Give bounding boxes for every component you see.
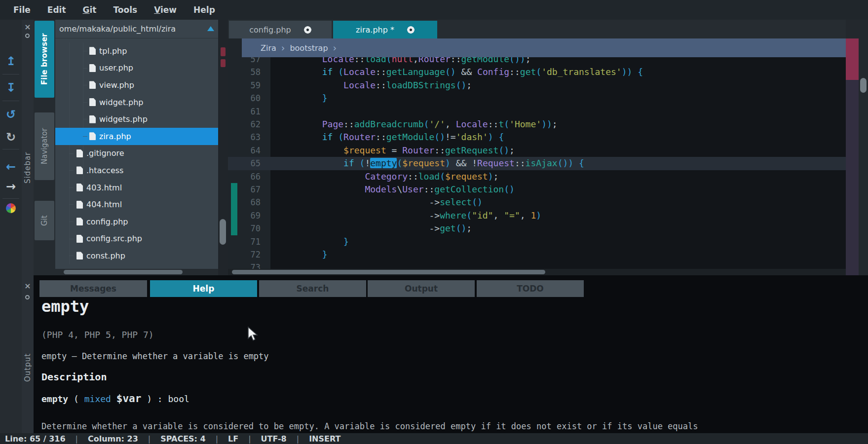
tree-branch-tick [83, 119, 87, 119]
micromap[interactable] [846, 38, 859, 275]
sidebar-tab-git[interactable]: Git [35, 201, 54, 240]
code-token: ; [552, 119, 558, 129]
code-editor[interactable]: 5758596061626364656667686970717273 Local… [228, 38, 846, 269]
tree-item-user-php[interactable]: user.php [55, 60, 218, 77]
tree-item-const-php[interactable]: const.php [55, 247, 218, 264]
color-wheel-icon[interactable] [6, 203, 16, 213]
sidebar-gear-icon[interactable] [25, 34, 30, 38]
tab-close-icon[interactable] [304, 26, 311, 34]
menubar: FileEditGitToolsViewHelp [0, 0, 868, 20]
editor-tab-bar: config.phpzira.php * [228, 20, 846, 38]
tree-vertical-scrollbar-thumb[interactable] [220, 219, 226, 245]
save-file-icon[interactable]: ↧ [0, 77, 22, 99]
breadcrumb-segment-bootstrap[interactable]: bootstrap [290, 43, 328, 53]
undo-icon[interactable]: ↺ [0, 104, 22, 125]
micromap-viewport-marker [846, 38, 859, 80]
editor-tab-config-php[interactable]: config.php [229, 21, 332, 38]
code-token: $request [402, 158, 445, 168]
code-token: ; [466, 223, 472, 233]
code-token: () [456, 80, 467, 90]
code-lines: Locale::load(null,Router::getModule()); … [270, 38, 846, 269]
code-token [279, 249, 322, 259]
git-added-marker [231, 183, 237, 196]
code-token: if [322, 132, 333, 142]
breadcrumb[interactable]: Zira›bootstrap› [242, 38, 846, 57]
statusbar-separator: | [216, 434, 218, 444]
code-token: :: [488, 119, 499, 129]
tree-item-config-php[interactable]: config.php [55, 213, 218, 230]
code-token: -> [429, 223, 440, 233]
breadcrumb-segment-zira[interactable]: Zira [261, 43, 276, 53]
redo-icon[interactable]: ↻ [0, 126, 22, 148]
code-token: ( [424, 119, 429, 129]
menu-item-file[interactable]: File [5, 5, 39, 15]
code-token [279, 171, 365, 182]
tree-item-config-src-php[interactable]: config.src.php [55, 230, 218, 248]
file-icon [89, 81, 96, 89]
code-token [354, 158, 360, 168]
code-token: :: [424, 184, 435, 194]
editor-tab-zira-php[interactable]: zira.php * [333, 21, 437, 38]
toolbar-divider [2, 101, 19, 101]
back-icon[interactable]: ← [0, 156, 22, 178]
line-number: 65 [228, 157, 261, 170]
code-token [333, 132, 338, 142]
tree-horizontal-scrollbar[interactable] [55, 269, 218, 275]
tree-collapse-icon[interactable] [207, 26, 214, 31]
editor-horizontal-scrollbar[interactable] [228, 269, 846, 275]
tree-item-widget-php[interactable]: widget.php [55, 94, 218, 111]
tab-close-icon[interactable] [407, 26, 415, 34]
file-name: config.php [86, 217, 128, 226]
file-icon [89, 98, 96, 106]
code-token: 'Home' [509, 119, 541, 129]
tree-item-gitignore[interactable]: .gitignore [55, 145, 218, 162]
tree-item-404-html[interactable]: 404.html [55, 196, 218, 213]
bottom-tab-help[interactable]: Help [150, 280, 257, 297]
code-token: )) [541, 119, 552, 129]
tree-branch-tick [69, 239, 74, 239]
menu-item-tools[interactable]: Tools [105, 5, 146, 15]
code-token [472, 67, 477, 77]
bottom-panel-close-icon[interactable]: × [22, 281, 34, 291]
bottom-tab-output[interactable]: Output [368, 280, 475, 297]
file-icon [89, 47, 96, 55]
code-token: } [343, 236, 349, 247]
menu-item-git[interactable]: Git [75, 5, 105, 15]
code-token: ()) [558, 158, 574, 168]
tree-item-tpl-php[interactable]: tpl.php [55, 42, 218, 60]
sidebar-tab-file-browser[interactable]: File browser [35, 21, 54, 98]
bottom-panel-gear-icon[interactable] [25, 295, 30, 299]
mouse-cursor [247, 327, 259, 341]
sidebar-tab-navigator[interactable]: Navigator [35, 112, 54, 180]
editor-vertical-scrollbar-thumb[interactable] [860, 78, 867, 93]
breadcrumb-chevron-icon: › [281, 44, 285, 52]
code-token: != [445, 132, 456, 142]
bottom-tab-messages[interactable]: Messages [39, 280, 147, 297]
code-line-67: Models\User::getCollection() [270, 183, 515, 196]
file-tree-root-path[interactable]: ome/makaka/public_html/zira [55, 20, 218, 38]
tree-horizontal-scrollbar-thumb[interactable] [64, 270, 183, 274]
sidebar-close-icon[interactable]: × [22, 22, 34, 32]
code-token: :: [343, 119, 354, 129]
left-toolbar: ↥↧↺↻←→ [0, 20, 22, 433]
file-name: widgets.php [99, 114, 148, 124]
tree-item-widgets-php[interactable]: widgets.php [55, 111, 218, 128]
tree-item-zira-php[interactable]: zira.php [55, 128, 218, 145]
menu-item-view[interactable]: View [146, 5, 185, 15]
bottom-tab-todo[interactable]: TODO [477, 280, 584, 297]
forward-icon[interactable]: → [0, 176, 22, 197]
open-file-icon[interactable]: ↥ [0, 50, 22, 72]
bottom-tab-search[interactable]: Search [259, 280, 366, 297]
file-tree: tpl.phpuser.phpview.phpwidget.phpwidgets… [55, 42, 218, 269]
signature-close: ) : [141, 394, 168, 404]
tree-item-view-php[interactable]: view.php [55, 76, 218, 94]
menu-item-help[interactable]: Help [185, 5, 224, 15]
editor-horizontal-scrollbar-thumb[interactable] [232, 270, 545, 274]
signature-type-link[interactable]: mixed [84, 394, 111, 404]
tree-item-htaccess[interactable]: .htaccess [55, 162, 218, 179]
tree-vertical-scrollbar[interactable] [218, 20, 228, 275]
editor-tab-label: zira.php * [356, 25, 394, 35]
menu-item-edit[interactable]: Edit [39, 5, 75, 15]
tree-item-403-html[interactable]: 403.html [55, 179, 218, 196]
code-token [451, 119, 456, 129]
